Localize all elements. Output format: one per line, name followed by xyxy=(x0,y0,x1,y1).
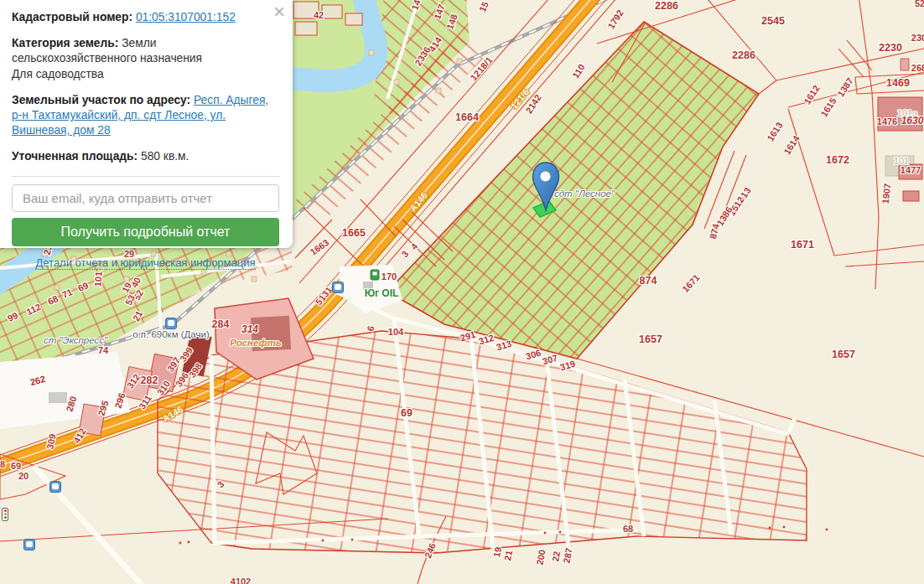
report-details: Детали отчета и юридическая информация xyxy=(12,256,279,270)
area-label: Уточненная площадь: xyxy=(12,150,138,163)
close-icon[interactable]: × xyxy=(273,2,285,22)
get-report-button[interactable]: Получить подробный отчет xyxy=(12,218,279,246)
email-input[interactable] xyxy=(12,184,279,212)
area-row: Уточненная площадь: 580 кв.м. xyxy=(12,149,279,164)
cadastral-number-link[interactable]: 01:05:3107001:152 xyxy=(136,11,236,23)
map-pin-icon xyxy=(531,161,561,213)
area-value: 580 кв.м. xyxy=(141,150,189,163)
report-details-link[interactable]: Детали отчета и юридическая информация xyxy=(35,256,255,270)
building xyxy=(49,392,67,403)
land-category-row: Категория земель: Земли сельскохозяйстве… xyxy=(12,36,279,82)
panel-divider xyxy=(12,176,279,177)
building xyxy=(363,282,373,289)
address-row: Земельный участок по адресу: Респ. Адыге… xyxy=(12,93,279,139)
cadastral-number-label: Кадастровый номер: xyxy=(12,11,132,23)
address-label: Земельный участок по адресу: xyxy=(12,94,190,106)
cadastral-number-row: Кадастровый номер: 01:05:3107001:152 xyxy=(12,10,279,25)
land-category-label: Категория земель: xyxy=(12,37,118,49)
info-panel: × Кадастровый номер: 01:05:3107001:152 К… xyxy=(0,0,293,248)
land-usage-value: Для садоводства xyxy=(12,68,104,80)
